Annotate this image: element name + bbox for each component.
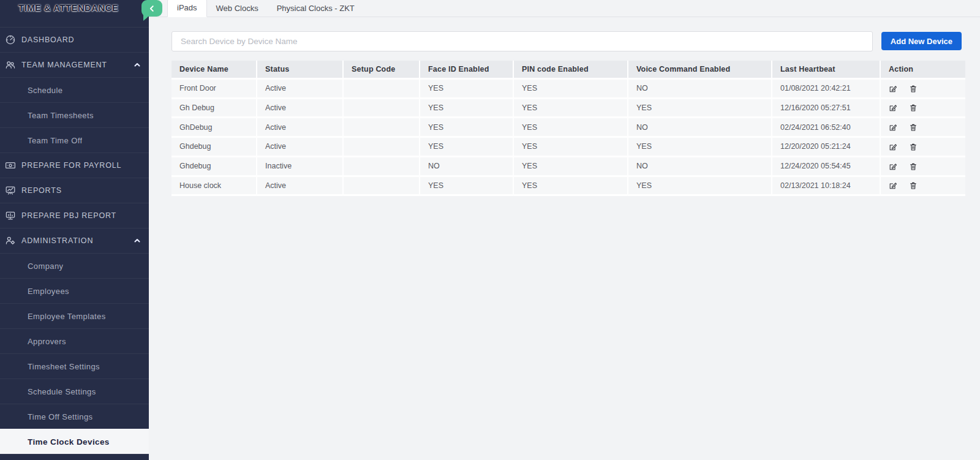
cell-pin-code: YES xyxy=(513,98,628,118)
edit-device-button[interactable] xyxy=(889,143,897,151)
cell-last-heartbeat: 12/20/2020 05:21:24 xyxy=(772,137,880,157)
sidebar-item-label: Approvers xyxy=(28,337,66,346)
delete-icon xyxy=(909,162,918,171)
sidebar-item-team-time-off[interactable]: Team Time Off xyxy=(0,127,149,153)
cell-voice-command: YES xyxy=(628,176,772,195)
tab-ipads[interactable]: iPads xyxy=(167,0,207,17)
delete-icon xyxy=(909,104,918,112)
sidebar-item-reports[interactable]: REPORTS xyxy=(0,178,149,203)
edit-device-button[interactable] xyxy=(889,104,897,112)
sidebar-item-company[interactable]: Company xyxy=(0,253,149,278)
sidebar-item-label: ADMINISTRATION xyxy=(21,236,93,245)
col-header-face-id: Face ID Enabled xyxy=(420,61,513,79)
col-header-status: Status xyxy=(257,61,343,79)
cell-last-heartbeat: 01/08/2021 20:42:21 xyxy=(772,79,880,99)
tab-physical-clocks-zkt[interactable]: Physical Clocks - ZKT xyxy=(268,0,364,17)
delete-device-button[interactable] xyxy=(909,85,918,93)
sidebar-item-team-timesheets[interactable]: Team Timesheets xyxy=(0,102,149,127)
cell-face-id: YES xyxy=(420,98,513,118)
cell-last-heartbeat: 02/13/2021 10:18:24 xyxy=(772,176,880,195)
cell-status: Active xyxy=(257,137,343,157)
delete-icon xyxy=(909,85,918,93)
table-body: Front Door Active YES YES NO 01/08/2021 … xyxy=(172,79,965,195)
toolbar: Add New Device xyxy=(172,31,962,51)
sidebar-item-timesheet-settings[interactable]: Timesheet Settings xyxy=(0,353,149,379)
sidebar-item-schedule[interactable]: Schedule xyxy=(0,77,149,102)
cell-device-name: Ghdebug xyxy=(172,156,257,176)
cell-action xyxy=(880,79,965,99)
cell-voice-command: NO xyxy=(628,79,772,99)
edit-device-button[interactable] xyxy=(889,162,897,171)
sidebar-item-label: Team Timesheets xyxy=(28,111,94,120)
cell-setup-code xyxy=(343,79,420,99)
sidebar-item-approvers[interactable]: Approvers xyxy=(0,328,149,353)
sidebar-item-employee-templates[interactable]: Employee Templates xyxy=(0,303,149,328)
devices-table: Device Name Status Setup Code Face ID En… xyxy=(172,61,965,196)
sidebar-item-schedule-settings[interactable]: Schedule Settings xyxy=(0,379,149,404)
cell-last-heartbeat: 12/16/2020 05:27:51 xyxy=(772,98,880,118)
cell-setup-code xyxy=(343,156,420,176)
search-input[interactable] xyxy=(172,31,873,51)
delete-device-button[interactable] xyxy=(909,104,918,112)
sidebar-next-item-partial xyxy=(0,454,149,460)
edit-icon xyxy=(889,143,897,151)
delete-device-button[interactable] xyxy=(909,162,918,171)
cell-face-id: YES xyxy=(420,118,513,137)
tab-bar: iPads Web Clocks Physical Clocks - ZKT xyxy=(149,0,980,17)
sidebar-item-label: REPORTS xyxy=(21,186,62,195)
sidebar-item-prepare-for-payroll[interactable]: PREPARE FOR PAYROLL xyxy=(0,153,149,178)
delete-device-button[interactable] xyxy=(909,143,918,151)
sidebar-item-time-clock-devices[interactable]: Time Clock Devices xyxy=(0,429,149,454)
dashboard-icon xyxy=(5,34,16,45)
cell-action xyxy=(880,98,965,118)
delete-icon xyxy=(909,181,918,190)
chevron-up-icon xyxy=(133,61,141,69)
table-row: Front Door Active YES YES NO 01/08/2021 … xyxy=(172,79,965,99)
delete-device-button[interactable] xyxy=(909,123,918,132)
cell-status: Active xyxy=(257,176,343,195)
cell-voice-command: NO xyxy=(628,156,772,176)
tab-web-clocks[interactable]: Web Clocks xyxy=(207,0,268,17)
app-title: TIME & ATTENDANCE xyxy=(18,1,149,15)
sidebar-collapse-button[interactable] xyxy=(141,0,162,17)
pbj-report-icon xyxy=(5,210,16,221)
cell-status: Active xyxy=(257,98,343,118)
sidebar-item-time-off-settings[interactable]: Time Off Settings xyxy=(0,404,149,429)
cell-face-id: YES xyxy=(420,79,513,99)
add-new-device-button[interactable]: Add New Device xyxy=(881,32,962,50)
table-row: Gh Debug Active YES YES YES 12/16/2020 0… xyxy=(172,98,965,118)
cell-pin-code: YES xyxy=(513,79,628,99)
cell-action xyxy=(880,137,965,157)
col-header-voice-command: Voice Command Enabled xyxy=(628,61,772,79)
cell-action xyxy=(880,156,965,176)
delete-icon xyxy=(909,143,918,151)
delete-device-button[interactable] xyxy=(909,181,918,190)
table-row: Ghdebug Active YES YES YES 12/20/2020 05… xyxy=(172,137,965,157)
chevron-up-icon xyxy=(133,236,141,245)
sidebar-item-label: PREPARE FOR PAYROLL xyxy=(21,161,121,170)
sidebar-item-dashboard[interactable]: DASHBOARD xyxy=(0,27,149,52)
cell-setup-code xyxy=(343,98,420,118)
sidebar-item-prepare-pbj-report[interactable]: PREPARE PBJ REPORT xyxy=(0,203,149,228)
edit-device-button[interactable] xyxy=(889,181,897,190)
col-header-setup-code: Setup Code xyxy=(343,61,420,79)
cell-status: Inactive xyxy=(257,156,343,176)
cell-voice-command: YES xyxy=(628,98,772,118)
cell-action xyxy=(880,118,965,137)
sidebar-item-administration[interactable]: ADMINISTRATION xyxy=(0,228,149,253)
cell-last-heartbeat: 12/24/2020 05:54:45 xyxy=(772,156,880,176)
sidebar-item-employees[interactable]: Employees xyxy=(0,278,149,303)
cell-voice-command: NO xyxy=(628,118,772,137)
edit-device-button[interactable] xyxy=(889,123,897,132)
cell-pin-code: YES xyxy=(513,176,628,195)
col-header-action: Action xyxy=(880,61,965,79)
cell-face-id: NO xyxy=(420,156,513,176)
cell-pin-code: YES xyxy=(513,156,628,176)
cell-setup-code xyxy=(343,118,420,137)
sidebar-item-label: Timesheet Settings xyxy=(28,362,100,371)
cell-last-heartbeat: 02/24/2021 06:52:40 xyxy=(772,118,880,137)
delete-icon xyxy=(909,123,918,132)
cell-action xyxy=(880,176,965,195)
sidebar-item-team-management[interactable]: TEAM MANAGEMENT xyxy=(0,52,149,77)
edit-device-button[interactable] xyxy=(889,85,897,93)
